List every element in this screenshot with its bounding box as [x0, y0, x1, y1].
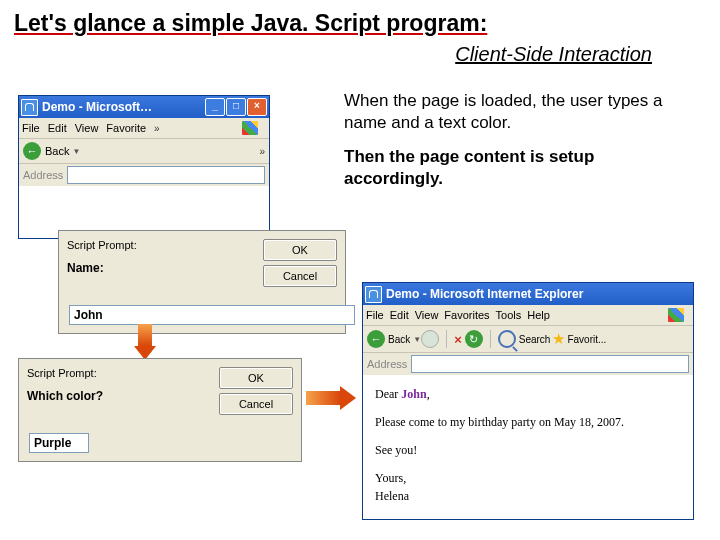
prompt-label: Name:	[67, 261, 255, 275]
ie-logo-icon	[365, 286, 382, 303]
prompt-input[interactable]: John	[69, 305, 355, 325]
arrow-right-icon	[306, 386, 356, 410]
stop-icon[interactable]: ×	[454, 332, 462, 347]
slide-title: Let's glance a simple Java. Script progr…	[14, 10, 706, 37]
toolbar-more-icon[interactable]: »	[259, 146, 265, 157]
address-bar: Address	[363, 353, 693, 375]
address-label: Address	[367, 358, 407, 370]
browser-window-result: Demo - Microsoft Internet Explorer File …	[362, 282, 694, 520]
address-input[interactable]	[411, 355, 689, 373]
close-button[interactable]: ×	[247, 98, 267, 116]
back-icon[interactable]: ←	[23, 142, 41, 160]
minimize-button[interactable]: _	[205, 98, 225, 116]
slide-subtitle: Client-Side Interaction	[14, 43, 706, 66]
ok-button[interactable]: OK	[263, 239, 337, 261]
windows-flag-icon	[668, 308, 684, 322]
menu-help[interactable]: Help	[527, 309, 550, 321]
menu-bar: File Edit View Favorite »	[19, 118, 269, 139]
comma: ,	[427, 387, 430, 401]
back-button[interactable]: Back	[388, 334, 410, 345]
menu-more-icon[interactable]: »	[154, 123, 160, 134]
menu-favorites[interactable]: Favorites	[444, 309, 489, 321]
toolbar-separator	[446, 330, 447, 348]
menu-edit[interactable]: Edit	[390, 309, 409, 321]
dear-text: Dear	[375, 387, 401, 401]
menu-file[interactable]: File	[366, 309, 384, 321]
menu-bar: File Edit View Favorites Tools Help	[363, 305, 693, 326]
seeyou-line: See you!	[375, 441, 681, 459]
menu-view[interactable]: View	[75, 122, 99, 134]
user-name: John	[401, 387, 426, 401]
favorites-button[interactable]: Favorit...	[567, 334, 606, 345]
dialog-title: Script Prompt:	[27, 367, 211, 379]
back-dropdown-icon[interactable]: ▼	[413, 335, 421, 344]
windows-flag-icon	[242, 121, 258, 135]
refresh-icon[interactable]: ↻	[465, 330, 483, 348]
yours-line: Yours,	[375, 469, 681, 487]
forward-icon	[421, 330, 439, 348]
browser-window-small: Demo - Microsoft… _ □ × File Edit View F…	[18, 95, 270, 239]
invite-line: Please come to my birthday party on May …	[375, 413, 681, 431]
ok-button[interactable]: OK	[219, 367, 293, 389]
back-button[interactable]: Back	[45, 145, 69, 157]
favorites-star-icon[interactable]: ★	[552, 330, 565, 348]
menu-file[interactable]: File	[22, 122, 40, 134]
titlebar: Demo - Microsoft Internet Explorer	[363, 283, 693, 305]
toolbar-separator	[490, 330, 491, 348]
address-bar: Address	[19, 164, 269, 186]
desc-p2: Then the page content is setup according…	[344, 146, 674, 190]
back-icon[interactable]: ←	[367, 330, 385, 348]
greeting-line: Dear John,	[375, 385, 681, 403]
maximize-button[interactable]: □	[226, 98, 246, 116]
prompt-input[interactable]: Purple	[29, 433, 89, 453]
arrow-down-icon	[134, 324, 156, 358]
result-page-body: Dear John, Please come to my birthday pa…	[363, 375, 693, 519]
menu-tools[interactable]: Tools	[496, 309, 522, 321]
menu-edit[interactable]: Edit	[48, 122, 67, 134]
menu-view[interactable]: View	[415, 309, 439, 321]
prompt-dialog-color: Script Prompt: Which color? OK Cancel Pu…	[18, 358, 302, 462]
prompt-label: Which color?	[27, 389, 211, 403]
address-input[interactable]	[67, 166, 265, 184]
address-label: Address	[23, 169, 63, 181]
titlebar: Demo - Microsoft… _ □ ×	[19, 96, 269, 118]
window-title: Demo - Microsoft…	[42, 100, 152, 114]
prompt-dialog-name: Script Prompt: Name: OK Cancel John	[58, 230, 346, 334]
menu-favorite[interactable]: Favorite	[106, 122, 146, 134]
signature-line: Helena	[375, 487, 681, 505]
dialog-title: Script Prompt:	[67, 239, 255, 251]
window-title: Demo - Microsoft Internet Explorer	[386, 287, 583, 301]
cancel-button[interactable]: Cancel	[219, 393, 293, 415]
toolbar: ← Back ▼ »	[19, 139, 269, 164]
search-icon[interactable]	[498, 330, 516, 348]
cancel-button[interactable]: Cancel	[263, 265, 337, 287]
desc-p1: When the page is loaded, the user types …	[344, 90, 674, 134]
back-dropdown-icon[interactable]: ▼	[72, 147, 80, 156]
ie-logo-icon	[21, 99, 38, 116]
search-button[interactable]: Search	[519, 334, 551, 345]
description-block: When the page is loaded, the user types …	[344, 90, 674, 202]
toolbar: ← Back ▼ × ↻ Search ★ Favorit...	[363, 326, 693, 353]
